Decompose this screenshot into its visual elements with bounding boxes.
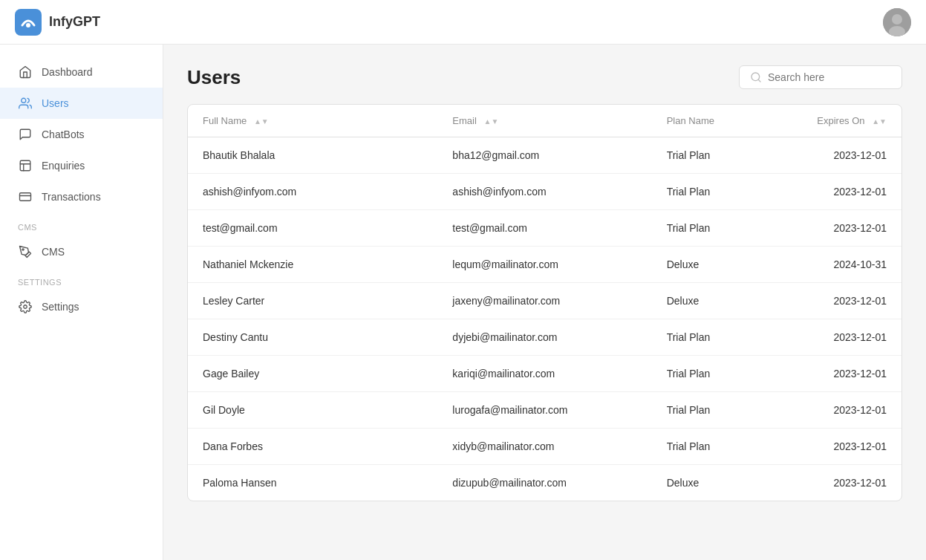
content-area: Users Full Name ▲▼	[163, 45, 926, 560]
col-header-expires[interactable]: Expires On ▲▼	[795, 105, 901, 137]
cell-fullname: ashish@infyom.com	[188, 174, 437, 210]
cell-fullname: Bhautik Bhalala	[188, 137, 437, 174]
cell-plan: Deluxe	[652, 283, 795, 319]
table-row[interactable]: Lesley Carter jaxeny@mailinator.com Delu…	[188, 283, 901, 319]
users-icon	[18, 96, 33, 111]
sidebar-item-dashboard[interactable]: Dashboard	[0, 56, 163, 88]
cell-plan: Trial Plan	[652, 174, 795, 210]
svg-point-3	[892, 14, 902, 25]
svg-rect-6	[20, 160, 30, 171]
sidebar-item-settings[interactable]: Settings	[0, 291, 163, 322]
sort-icon-email: ▲▼	[483, 118, 498, 126]
cell-plan: Trial Plan	[652, 356, 795, 392]
sidebar-item-enquiries[interactable]: Enquiries	[0, 150, 163, 181]
cell-expires: 2023-12-01	[795, 137, 901, 174]
cell-expires: 2024-10-31	[795, 247, 901, 283]
table-row[interactable]: Gage Bailey kariqi@mailinator.com Trial …	[188, 356, 901, 392]
sidebar-item-label: CMS	[42, 246, 65, 258]
sidebar-item-chatbots[interactable]: ChatBots	[0, 119, 163, 150]
cell-fullname: test@gmail.com	[188, 210, 437, 247]
cell-email: xidyb@mailinator.com	[437, 429, 651, 465]
transactions-icon	[18, 189, 33, 204]
table-body: Bhautik Bhalala bha12@gmail.com Trial Pl…	[188, 137, 901, 501]
table-row[interactable]: Gil Doyle lurogafa@mailinator.com Trial …	[188, 392, 901, 429]
cms-icon	[18, 244, 33, 259]
sidebar-item-transactions[interactable]: Transactions	[0, 181, 163, 212]
cell-expires: 2023-12-01	[795, 319, 901, 356]
cell-email: dyjebi@mailinator.com	[437, 319, 651, 356]
cell-email: jaxeny@mailinator.com	[437, 283, 651, 319]
svg-point-5	[22, 98, 26, 102]
sidebar-item-label: Settings	[42, 301, 79, 313]
sidebar-item-label: Enquiries	[42, 160, 85, 172]
sidebar-item-label: Transactions	[42, 191, 101, 203]
cell-email: lequm@mailinator.com	[437, 247, 651, 283]
users-table: Full Name ▲▼ Email ▲▼ Plan Name Expires …	[188, 105, 901, 501]
top-header: InfyGPT	[0, 0, 926, 45]
sort-icon-fullname: ▲▼	[254, 118, 269, 126]
svg-line-12	[758, 79, 760, 82]
cell-email: bha12@gmail.com	[437, 137, 651, 174]
cell-email: lurogafa@mailinator.com	[437, 392, 651, 429]
sidebar-item-label: Dashboard	[42, 66, 93, 78]
settings-icon	[18, 299, 33, 314]
cell-expires: 2023-12-01	[795, 392, 901, 429]
cell-plan: Trial Plan	[652, 210, 795, 247]
svg-rect-7	[20, 193, 31, 201]
col-header-email[interactable]: Email ▲▼	[437, 105, 651, 137]
cell-email: test@gmail.com	[437, 210, 651, 247]
home-icon	[18, 65, 33, 79]
table-row[interactable]: test@gmail.com test@gmail.com Trial Plan…	[188, 210, 901, 247]
enquiries-icon	[18, 158, 33, 173]
cell-plan: Trial Plan	[652, 137, 795, 174]
cell-plan: Trial Plan	[652, 429, 795, 465]
app-name: InfyGPT	[49, 14, 100, 30]
sidebar-section-settings: Settings	[0, 267, 163, 291]
search-input[interactable]	[768, 71, 891, 83]
cell-email: dizupub@mailinator.com	[437, 465, 651, 501]
search-box[interactable]	[739, 65, 902, 89]
page-header: Users	[187, 65, 902, 89]
cell-expires: 2023-12-01	[795, 429, 901, 465]
cell-fullname: Gage Bailey	[188, 356, 437, 392]
main-layout: Dashboard Users ChatBots	[0, 45, 926, 560]
cell-fullname: Nathaniel Mckenzie	[188, 247, 437, 283]
sidebar-section-cms: CMS	[0, 212, 163, 236]
sort-icon-expires: ▲▼	[872, 118, 887, 126]
sidebar: Dashboard Users ChatBots	[0, 45, 163, 560]
table-row[interactable]: ashish@infyom.com ashish@infyom.com Tria…	[188, 174, 901, 210]
table-row[interactable]: Nathaniel Mckenzie lequm@mailinator.com …	[188, 247, 901, 283]
cell-plan: Deluxe	[652, 465, 795, 501]
sidebar-item-label: ChatBots	[42, 128, 85, 140]
table-row[interactable]: Destiny Cantu dyjebi@mailinator.com Tria…	[188, 319, 901, 356]
avatar[interactable]	[883, 8, 911, 36]
cell-expires: 2023-12-01	[795, 174, 901, 210]
sidebar-item-users[interactable]: Users	[0, 88, 163, 119]
cell-expires: 2023-12-01	[795, 210, 901, 247]
cell-expires: 2023-12-01	[795, 465, 901, 501]
avatar-icon	[883, 8, 911, 36]
cell-fullname: Gil Doyle	[188, 392, 437, 429]
col-header-plan: Plan Name	[652, 105, 795, 137]
col-header-fullname[interactable]: Full Name ▲▼	[188, 105, 437, 137]
table-header: Full Name ▲▼ Email ▲▼ Plan Name Expires …	[188, 105, 901, 137]
table-row[interactable]: Paloma Hansen dizupub@mailinator.com Del…	[188, 465, 901, 501]
cell-plan: Trial Plan	[652, 392, 795, 429]
page-title: Users	[187, 66, 241, 89]
cell-email: kariqi@mailinator.com	[437, 356, 651, 392]
cell-fullname: Destiny Cantu	[188, 319, 437, 356]
logo-area: InfyGPT	[15, 9, 100, 36]
table-row[interactable]: Bhautik Bhalala bha12@gmail.com Trial Pl…	[188, 137, 901, 174]
chatbot-icon	[18, 127, 33, 142]
cell-email: ashish@infyom.com	[437, 174, 651, 210]
cell-plan: Deluxe	[652, 247, 795, 283]
cell-fullname: Lesley Carter	[188, 283, 437, 319]
users-table-container: Full Name ▲▼ Email ▲▼ Plan Name Expires …	[187, 104, 902, 501]
cell-fullname: Paloma Hansen	[188, 465, 437, 501]
sidebar-item-cms[interactable]: CMS	[0, 236, 163, 267]
svg-rect-0	[15, 9, 42, 36]
svg-point-1	[26, 23, 30, 27]
cell-plan: Trial Plan	[652, 319, 795, 356]
table-row[interactable]: Dana Forbes xidyb@mailinator.com Trial P…	[188, 429, 901, 465]
app-logo-icon	[15, 9, 42, 36]
